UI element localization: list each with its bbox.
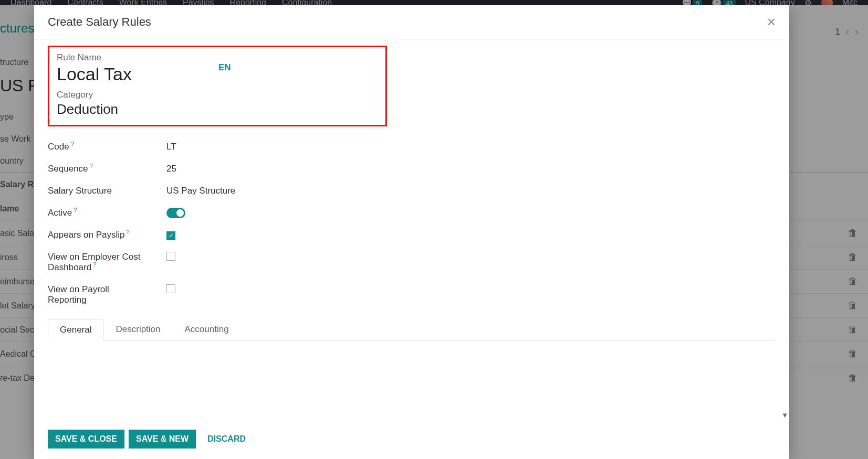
modal-backdrop — [0, 0, 868, 5]
